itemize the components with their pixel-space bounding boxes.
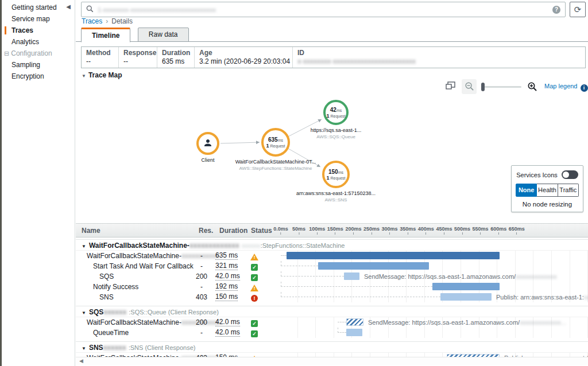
time-tick: 250ms — [363, 226, 380, 235]
trace-search-input[interactable]: 1-xxxxxxxx-xxxxxxxxxxxxxxxxxxxxxxxxxxx ? — [81, 2, 566, 17]
bar-label: Publish: arn:aws:sns:sa-east-1:xxxxxxxxx — [496, 292, 588, 302]
column-name: Name — [82, 227, 100, 235]
group-name: SQS — [89, 308, 103, 316]
row-timeline: SendMessage: https://sqs.sa-east-1.amazo… — [280, 317, 588, 328]
duration-bar[interactable] — [440, 293, 492, 301]
sidebar-item-configuration[interactable]: ⊟Configuration — [2, 48, 75, 59]
row-name: SQS — [99, 271, 114, 282]
summary-id: IDx-xxxxxxxx-xxxxxxxxxxxxxxxxxxxxxxxx — [292, 47, 585, 68]
row-response-code: - — [193, 251, 210, 261]
node-duration: 42ms — [330, 107, 342, 114]
duration-bar[interactable] — [287, 252, 500, 259]
trace-row[interactable]: QueueTime-42.0 ms✓ — [76, 328, 588, 338]
row-status: ✓ — [250, 329, 259, 337]
services-icons-label: Services Icons — [516, 172, 558, 178]
trace-group-header[interactable]: ▼WaitForCallbackStateMachine-xxxxxxxxxxx… — [76, 239, 588, 251]
client-node[interactable] — [196, 132, 219, 155]
sidebar-item-analytics[interactable]: Analytics — [2, 36, 75, 48]
row-duration-link[interactable]: 321 ms — [215, 261, 238, 271]
success-icon: ✓ — [251, 274, 258, 281]
summary-age: Age3.2 min (2020-06-29 20:03:04 UTC) — [194, 47, 292, 68]
toggle-knob — [563, 172, 569, 178]
row-status: ! — [250, 252, 259, 260]
duration-bar[interactable] — [432, 283, 500, 290]
bar-label-redacted: xxxxxxxxxxxxx... — [520, 319, 566, 326]
duration-bar[interactable] — [346, 318, 363, 326]
summary-method: Method-- — [82, 47, 118, 68]
trace-row[interactable]: Start Task And Wait For Callback-321 ms✓ — [76, 261, 588, 271]
trace-group-header[interactable]: ▼SNSxxxxxx:SNS (Client Response) — [76, 341, 588, 353]
state-machine-node[interactable]: 635ms1 Request — [261, 128, 290, 157]
mode-traffic-button[interactable]: Traffic — [558, 184, 579, 197]
success-icon: ✓ — [251, 264, 258, 271]
tab-timeline[interactable]: Timeline — [81, 28, 130, 42]
row-duration-link[interactable]: 635 ms — [215, 251, 238, 260]
user-icon — [203, 138, 213, 150]
row-duration-link[interactable]: 42.0 ms — [215, 271, 240, 281]
connector-line — [281, 276, 344, 277]
tab-bar: Timeline Raw data — [76, 28, 588, 42]
sns-node[interactable]: 150ms1 Request — [322, 161, 350, 188]
duration-bar[interactable] — [344, 272, 359, 280]
time-tick: 50ms — [292, 226, 305, 235]
row-status: ✓ — [250, 263, 259, 271]
minus-square-icon: ⊟ — [4, 50, 9, 57]
error-icon: ! — [251, 295, 258, 302]
help-icon[interactable]: ? — [552, 6, 560, 14]
trace-row[interactable]: SQS20042.0 ms✓SendMessage: https://sqs.s… — [76, 271, 588, 282]
sidebar: Getting startedService mapTracesAnalytic… — [2, 0, 75, 366]
warning-icon: ! — [250, 254, 258, 260]
sidebar-item-label: Getting started — [11, 3, 57, 11]
summary-duration: Duration635 ms — [157, 47, 194, 68]
row-duration-link[interactable]: 150 ms — [215, 292, 238, 302]
sidebar-nav: Getting startedService mapTracesAnalytic… — [2, 2, 75, 82]
trace-row[interactable]: WaitForCallbackStateMachine-xxxxxxxxxxx2… — [76, 317, 588, 328]
timeline-table-body: ▼WaitForCallbackStateMachine-xxxxxxxxxxx… — [76, 237, 588, 363]
node-mode-button-group: None Health Traffic — [516, 184, 579, 197]
trace-row[interactable]: SNS403150 ms!Publish: arn:aws:sns:sa-eas… — [76, 292, 588, 302]
row-status: ! — [250, 294, 259, 302]
success-icon: ✓ — [251, 320, 258, 327]
sidebar-item-traces[interactable]: Traces — [2, 25, 75, 36]
row-duration-link[interactable]: 192 ms — [215, 282, 238, 291]
row-name: Start Task And Wait For Callback — [93, 261, 194, 271]
services-icons-toggle[interactable] — [562, 170, 578, 179]
group-type: :SNS (Client Response) — [129, 344, 196, 351]
trace-group-header[interactable]: ▼SQSxxxxxx:SQS::Queue (Client Response) — [76, 306, 588, 317]
sqs-queue-node[interactable]: 42ms1 Request — [323, 100, 349, 125]
sidebar-item-sampling[interactable]: Sampling — [2, 59, 75, 71]
row-duration-link[interactable]: 42.0 ms — [215, 317, 240, 327]
duration-bar[interactable] — [346, 329, 362, 336]
duration-bar[interactable] — [318, 262, 429, 270]
column-res: Res. — [199, 227, 213, 235]
row-status: ✓ — [250, 273, 259, 281]
trace-row[interactable]: Notify Success-192 ms! — [76, 282, 588, 292]
mode-none-button[interactable]: None — [516, 184, 537, 197]
refresh-button[interactable]: ⟳ — [570, 2, 586, 17]
breadcrumb-current: Details — [111, 17, 133, 25]
time-tick: 450ms — [436, 226, 452, 235]
timeline-table-header: Name Res. Duration Status 0.0ms50ms100ms… — [76, 223, 588, 237]
row-duration-link[interactable]: 42.0 ms — [215, 328, 240, 337]
horizontal-scrollbar[interactable]: ◀ — [76, 357, 588, 365]
row-timeline — [280, 328, 588, 338]
summary-response: Response-- — [118, 47, 157, 68]
sidebar-item-service-map[interactable]: Service map — [2, 13, 75, 25]
time-tick: 300ms — [382, 226, 398, 235]
bar-label-redacted: xxxxxxxxx — [584, 294, 588, 301]
sidebar-item-encryption[interactable]: Encryption — [2, 71, 75, 82]
trace-summary-table: Method-- Response-- Duration635 ms Age3.… — [81, 46, 586, 68]
connector-line — [281, 286, 432, 287]
sidebar-item-label: Traces — [11, 26, 33, 34]
scroll-left-icon[interactable]: ◀ — [79, 358, 83, 364]
sidebar-item-label: Sampling — [11, 61, 40, 69]
breadcrumb-traces-link[interactable]: Traces — [82, 17, 102, 25]
sidebar-collapse-button[interactable]: ◀ — [63, 1, 74, 13]
trace-row[interactable]: WaitForCallbackStateMachine-xxxxxxxxxxx-… — [76, 251, 588, 261]
mode-health-button[interactable]: Health — [537, 184, 558, 197]
time-tick: 200ms — [345, 226, 361, 235]
node-duration: 635ms — [268, 137, 283, 143]
tab-raw-data[interactable]: Raw data — [138, 28, 189, 42]
connector-line — [338, 332, 346, 333]
sidebar-item-label: Service map — [11, 15, 50, 23]
